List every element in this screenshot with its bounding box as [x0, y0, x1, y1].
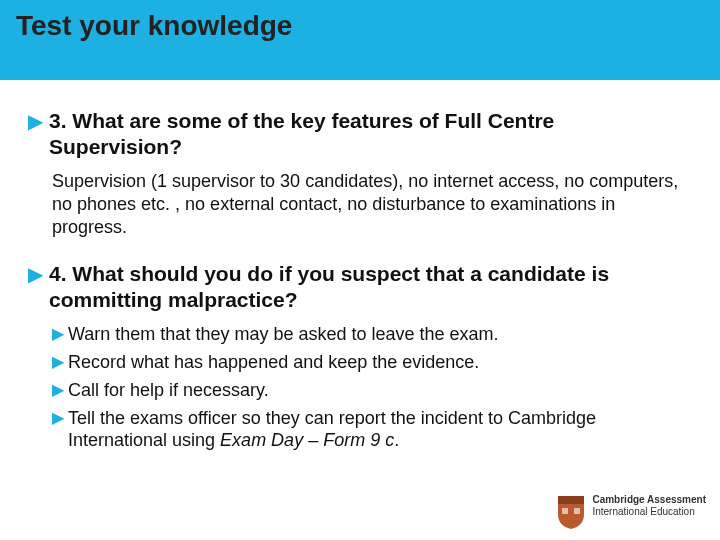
question-4: ▶ 4. What should you do if you suspect t…	[28, 261, 692, 313]
list-item: ▶ Record what has happened and keep the …	[52, 351, 692, 373]
question-3: ▶ 3. What are some of the key features o…	[28, 108, 692, 160]
logo-line2: International Education	[592, 506, 706, 518]
bullet-arrow-icon: ▶	[52, 351, 64, 373]
list-item: ▶ Warn them that they may be asked to le…	[52, 323, 692, 345]
bullet-text: Tell the exams officer so they can repor…	[68, 407, 692, 451]
question-3-text: 3. What are some of the key features of …	[49, 108, 692, 160]
bullet-arrow-icon: ▶	[52, 323, 64, 345]
question-4-text: 4. What should you do if you suspect tha…	[49, 261, 692, 313]
bullet-arrow-icon: ▶	[28, 261, 43, 287]
list-item: ▶ Tell the exams officer so they can rep…	[52, 407, 692, 451]
bullet-text: Record what has happened and keep the ev…	[68, 351, 479, 373]
answer-4-bullets: ▶ Warn them that they may be asked to le…	[28, 323, 692, 451]
bullet-text: Warn them that they may be asked to leav…	[68, 323, 499, 345]
bullet-arrow-icon: ▶	[52, 379, 64, 401]
shield-icon	[556, 494, 586, 530]
page-title: Test your knowledge	[16, 10, 704, 42]
bullet-arrow-icon: ▶	[52, 407, 64, 429]
bullet4-suffix: .	[394, 430, 399, 450]
logo-text: Cambridge Assessment International Educa…	[592, 494, 706, 518]
content-area: ▶ 3. What are some of the key features o…	[0, 80, 720, 451]
bullet4-italic: Exam Day – Form 9 c	[220, 430, 394, 450]
answer-3: Supervision (1 supervisor to 30 candidat…	[28, 170, 692, 239]
list-item: ▶ Call for help if necessary.	[52, 379, 692, 401]
title-bar: Test your knowledge	[0, 0, 720, 80]
bullet-arrow-icon: ▶	[28, 108, 43, 134]
svg-rect-0	[562, 508, 568, 514]
svg-rect-1	[574, 508, 580, 514]
logo-line1: Cambridge Assessment	[592, 494, 706, 506]
cambridge-logo: Cambridge Assessment International Educa…	[556, 494, 706, 530]
bullet-text: Call for help if necessary.	[68, 379, 269, 401]
